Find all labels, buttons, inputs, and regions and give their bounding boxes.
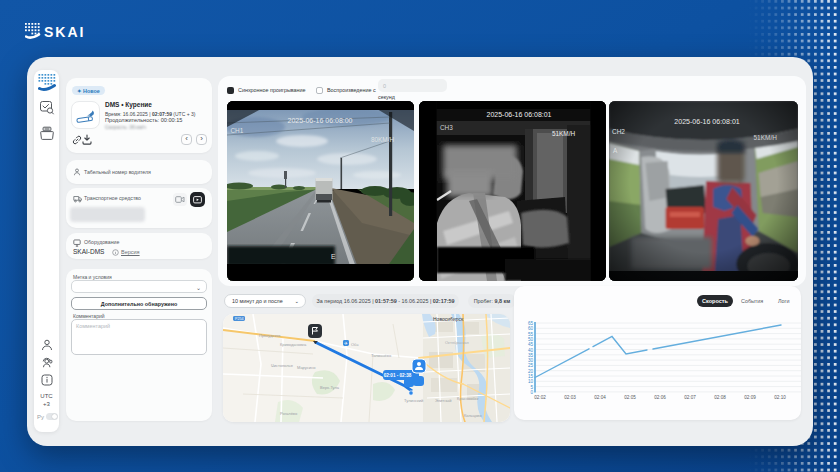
svg-text:Верх-Тула: Верх-Тула [320, 385, 340, 390]
svg-text:CH1: CH1 [231, 127, 244, 134]
svg-text:02:03: 02:03 [564, 395, 576, 400]
svg-text:10: 10 [528, 379, 534, 384]
svg-text:Элитный: Элитный [435, 398, 451, 403]
svg-text:02:01 - 02:38: 02:01 - 02:38 [384, 373, 412, 378]
svg-text:Октябрьская: Октябрьская [445, 340, 469, 345]
svg-text:51KM/H: 51KM/H [754, 135, 778, 142]
svg-text:02:04: 02:04 [594, 395, 606, 400]
svg-text:0: 0 [530, 390, 533, 395]
svg-text:CH2: CH2 [612, 128, 625, 135]
svg-text:80KM/H: 80KM/H [371, 136, 394, 143]
svg-text:2025-06-16 06:08:00: 2025-06-16 06:08:00 [288, 117, 353, 124]
svg-text:20: 20 [528, 369, 534, 374]
svg-text:E: E [331, 253, 336, 260]
svg-text:Прокудское: Прокудское [259, 333, 281, 338]
svg-text:02:09: 02:09 [744, 395, 756, 400]
svg-text:02:07: 02:07 [684, 395, 696, 400]
svg-text:15: 15 [528, 374, 534, 379]
svg-text:CH3: CH3 [440, 124, 453, 131]
svg-text:40: 40 [528, 348, 534, 353]
svg-text:Обь: Обь [351, 342, 359, 347]
svg-text:Чистополье: Чистополье [271, 363, 294, 368]
svg-text:Тулинский: Тулинский [404, 398, 423, 403]
svg-text:02:10: 02:10 [774, 395, 786, 400]
svg-text:A: A [613, 147, 618, 154]
svg-text:02:02: 02:02 [534, 395, 546, 400]
svg-text:Новосибирск: Новосибирск [433, 316, 464, 322]
svg-text:51KM/H: 51KM/H [552, 130, 575, 137]
svg-text:Краснообск: Краснообск [457, 396, 479, 401]
svg-text:55: 55 [528, 332, 534, 337]
svg-text:50: 50 [528, 337, 534, 342]
svg-text:✈: ✈ [344, 341, 348, 346]
svg-text:2025-06-16 06:08:01: 2025-06-16 06:08:01 [674, 118, 740, 125]
svg-text:Марусино: Марусино [297, 365, 316, 370]
svg-text:02:08: 02:08 [714, 395, 726, 400]
svg-text:25: 25 [528, 363, 534, 368]
svg-text:30: 30 [528, 358, 534, 363]
svg-text:Р254: Р254 [235, 317, 243, 321]
svg-text:Кольцово: Кольцово [464, 413, 482, 418]
svg-text:45: 45 [528, 342, 534, 347]
svg-text:Рогалёво: Рогалёво [280, 411, 298, 416]
svg-text:2025-06-16 06:08:01: 2025-06-16 06:08:01 [486, 111, 551, 118]
svg-text:02:06: 02:06 [654, 395, 666, 400]
svg-text:Толмачёво: Толмачёво [371, 353, 392, 358]
svg-text:60: 60 [528, 326, 534, 331]
svg-text:02:05: 02:05 [624, 395, 636, 400]
svg-text:5: 5 [530, 385, 533, 390]
svg-text:35: 35 [528, 353, 534, 358]
svg-text:65: 65 [528, 321, 534, 326]
svg-text:Криводановка: Криводановка [280, 342, 307, 347]
